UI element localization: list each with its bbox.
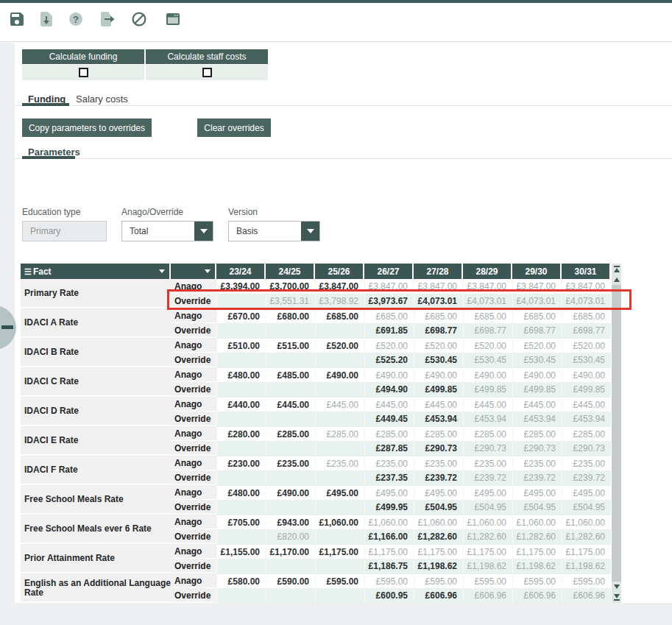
anago-value-cell[interactable]: £235.00 xyxy=(512,456,562,470)
override-value-cell[interactable] xyxy=(266,500,315,515)
chevron-down-icon[interactable] xyxy=(205,269,211,273)
anago-value-cell[interactable]: £1,060.00 xyxy=(414,515,463,529)
anago-value-cell[interactable]: £230.00 xyxy=(216,456,266,470)
anago-value-cell[interactable]: £480.00 xyxy=(216,367,266,382)
override-value-cell[interactable] xyxy=(216,529,266,544)
anago-value-cell[interactable]: £445.00 xyxy=(266,397,315,412)
anago-value-cell[interactable]: £3,700.00 xyxy=(266,279,315,294)
override-value-cell[interactable] xyxy=(315,323,364,338)
override-value-cell[interactable]: £239.72 xyxy=(414,470,463,485)
calculate-staff-costs-checkbox[interactable] xyxy=(202,68,212,77)
anago-value-cell[interactable]: £235.00 xyxy=(266,456,315,470)
override-value-cell[interactable]: £530.45 xyxy=(562,353,611,367)
menu-icon[interactable]: ☰ xyxy=(24,267,32,276)
override-value-cell[interactable]: £698.77 xyxy=(414,323,463,338)
anago-value-cell[interactable]: £595.00 xyxy=(414,573,463,588)
anago-value-cell[interactable]: £445.00 xyxy=(463,397,512,412)
override-value-cell[interactable]: £290.73 xyxy=(414,441,463,456)
anago-value-cell[interactable]: £445.00 xyxy=(315,397,364,412)
anago-value-cell[interactable]: £680.00 xyxy=(266,308,315,323)
anago-value-cell[interactable]: £490.00 xyxy=(512,367,562,382)
anago-value-cell[interactable]: £1,155.00 xyxy=(216,544,266,559)
override-value-cell[interactable]: £237.35 xyxy=(364,470,414,485)
anago-value-cell[interactable]: £1,175.00 xyxy=(562,544,611,559)
override-value-cell[interactable]: £504.95 xyxy=(512,500,562,515)
override-value-cell[interactable] xyxy=(315,412,364,426)
override-value-cell[interactable]: £1,282.60 xyxy=(562,529,611,544)
scroll-to-top-button[interactable] xyxy=(612,264,621,274)
grid-header-year[interactable]: 28/29 xyxy=(463,264,512,279)
override-value-cell[interactable] xyxy=(216,559,266,573)
override-value-cell[interactable] xyxy=(315,588,364,603)
anago-value-cell[interactable]: £520.00 xyxy=(414,338,463,353)
anago-value-cell[interactable]: £3,847.00 xyxy=(562,279,611,294)
anago-value-cell[interactable]: £3,847.00 xyxy=(414,279,463,294)
anago-value-cell[interactable]: £685.00 xyxy=(414,308,463,323)
override-value-cell[interactable]: £606.96 xyxy=(562,588,611,603)
scroll-up-button[interactable] xyxy=(612,275,621,285)
anago-value-cell[interactable]: £520.00 xyxy=(364,338,414,353)
override-value-cell[interactable]: £606.96 xyxy=(463,588,512,603)
anago-value-cell[interactable]: £1,060.00 xyxy=(512,515,562,529)
override-value-cell[interactable]: £698.77 xyxy=(512,323,562,338)
override-value-cell[interactable]: £499.85 xyxy=(512,382,562,397)
anago-value-cell[interactable]: £490.00 xyxy=(266,485,315,500)
override-value-cell[interactable] xyxy=(216,500,266,515)
anago-value-cell[interactable]: £490.00 xyxy=(364,367,414,382)
block-button[interactable] xyxy=(128,9,150,31)
override-value-cell[interactable] xyxy=(216,470,266,485)
override-value-cell[interactable] xyxy=(266,382,315,397)
anago-value-cell[interactable]: £943.00 xyxy=(266,515,315,529)
override-value-cell[interactable]: £453.94 xyxy=(512,412,562,426)
anago-value-cell[interactable]: £685.00 xyxy=(512,308,562,323)
override-value-cell[interactable]: £4,073.01 xyxy=(414,294,463,308)
override-value-cell[interactable] xyxy=(315,441,364,456)
anago-value-cell[interactable]: £285.00 xyxy=(562,426,611,441)
anago-value-cell[interactable]: £510.00 xyxy=(216,338,266,353)
override-value-cell[interactable]: £239.72 xyxy=(562,470,611,485)
override-value-cell[interactable]: £698.77 xyxy=(463,323,512,338)
anago-value-cell[interactable]: £235.00 xyxy=(364,456,414,470)
anago-value-cell[interactable]: £285.00 xyxy=(266,426,315,441)
override-value-cell[interactable]: £1,198.62 xyxy=(562,559,611,573)
override-value-cell[interactable]: £453.94 xyxy=(414,412,463,426)
override-value-cell[interactable]: £3,551.31 xyxy=(266,294,315,308)
anago-value-cell[interactable]: £445.00 xyxy=(364,397,414,412)
anago-value-cell[interactable]: £705.00 xyxy=(216,515,266,529)
anago-value-cell[interactable]: £280.00 xyxy=(216,426,266,441)
override-value-cell[interactable]: £1,282.60 xyxy=(463,529,512,544)
vertical-scrollbar[interactable] xyxy=(612,264,621,603)
override-value-cell[interactable]: £499.95 xyxy=(364,500,414,515)
override-value-cell[interactable]: £499.85 xyxy=(463,382,512,397)
anago-value-cell[interactable]: £520.00 xyxy=(512,338,562,353)
override-value-cell[interactable]: £499.85 xyxy=(414,382,463,397)
anago-value-cell[interactable]: £235.00 xyxy=(463,456,512,470)
anago-value-cell[interactable]: £685.00 xyxy=(315,308,364,323)
export-file-button[interactable] xyxy=(96,9,119,31)
override-value-cell[interactable] xyxy=(216,412,266,426)
anago-value-cell[interactable]: £445.00 xyxy=(562,397,611,412)
anago-value-cell[interactable]: £1,060.00 xyxy=(463,515,512,529)
override-value-cell[interactable]: £691.85 xyxy=(364,323,414,338)
copy-parameters-button[interactable]: Copy parameters to overrides xyxy=(22,119,152,137)
anago-value-cell[interactable]: £1,060.00 xyxy=(562,515,611,529)
override-value-cell[interactable]: £499.85 xyxy=(562,382,611,397)
override-value-cell[interactable]: £504.95 xyxy=(414,500,463,515)
scroll-to-bottom-button[interactable] xyxy=(612,593,621,603)
anago-override-select[interactable]: Total xyxy=(121,221,213,241)
anago-value-cell[interactable]: £235.00 xyxy=(315,456,364,470)
anago-override-dropdown-button[interactable] xyxy=(194,222,213,241)
anago-value-cell[interactable]: £520.00 xyxy=(315,338,364,353)
override-value-cell[interactable]: £290.73 xyxy=(463,441,512,456)
override-value-cell[interactable]: £1,186.75 xyxy=(364,559,414,573)
window-button[interactable] xyxy=(162,9,184,31)
override-value-cell[interactable]: £1,282.60 xyxy=(512,529,562,544)
download-file-button[interactable] xyxy=(35,9,57,31)
anago-value-cell[interactable]: £495.00 xyxy=(315,485,364,500)
version-select[interactable]: Basis xyxy=(228,221,320,241)
anago-value-cell[interactable]: £1,175.00 xyxy=(414,544,463,559)
override-value-cell[interactable] xyxy=(216,353,266,367)
override-value-cell[interactable]: £698.77 xyxy=(562,323,611,338)
override-value-cell[interactable]: £3,798.92 xyxy=(315,294,364,308)
anago-value-cell[interactable]: £235.00 xyxy=(414,456,463,470)
